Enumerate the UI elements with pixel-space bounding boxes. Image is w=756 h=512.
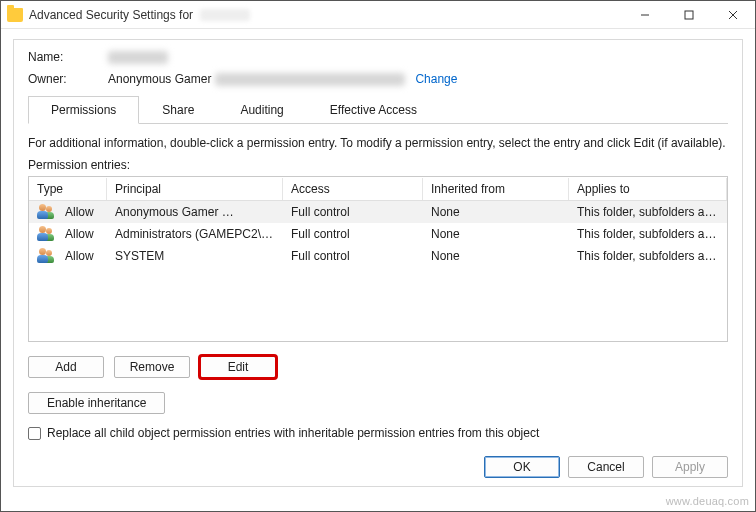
row-applies: This folder, subfolders and files — [569, 247, 727, 265]
cancel-button[interactable]: Cancel — [568, 456, 644, 478]
col-principal[interactable]: Principal — [107, 178, 283, 200]
action-buttons: Add Remove Edit — [28, 356, 728, 378]
row-type: Allow — [57, 247, 107, 265]
principal-icon — [29, 246, 57, 266]
window-title: Advanced Security Settings for — [29, 8, 250, 22]
add-button[interactable]: Add — [28, 356, 104, 378]
tab-permissions[interactable]: Permissions — [28, 96, 139, 124]
table-row[interactable]: Allow SYSTEM Full control None This fold… — [29, 245, 727, 267]
entries-label: Permission entries: — [28, 158, 728, 172]
apply-button[interactable]: Apply — [652, 456, 728, 478]
window-title-text: Advanced Security Settings for — [29, 8, 193, 22]
folder-icon — [7, 8, 23, 22]
row-principal: Anonymous Gamer — [107, 203, 283, 221]
change-owner-link[interactable]: Change — [415, 72, 457, 86]
row-access: Full control — [283, 247, 423, 265]
ok-button[interactable]: OK — [484, 456, 560, 478]
owner-value: Anonymous Gamer — [108, 72, 211, 86]
row-type: Allow — [57, 225, 107, 243]
replace-checkbox-label[interactable]: Replace all child object permission entr… — [47, 426, 539, 440]
row-inherited: None — [423, 247, 569, 265]
col-access[interactable]: Access — [283, 178, 423, 200]
row-principal: SYSTEM — [107, 247, 283, 265]
col-type[interactable]: Type — [29, 178, 107, 200]
row-applies: This folder, subfolders and files — [569, 225, 727, 243]
table-row[interactable]: Allow Administrators (GAMEPC2\A... Full … — [29, 223, 727, 245]
row-access: Full control — [283, 225, 423, 243]
row-principal: Administrators (GAMEPC2\A... — [107, 225, 283, 243]
grid-header: Type Principal Access Inherited from App… — [29, 177, 727, 201]
maximize-button[interactable] — [667, 1, 711, 28]
row-type: Allow — [57, 203, 107, 221]
table-row[interactable]: Allow Anonymous Gamer Full control None … — [29, 201, 727, 223]
replace-checkbox-row: Replace all child object permission entr… — [28, 426, 728, 440]
main-panel: Name: Owner: Anonymous Gamer Change Perm… — [13, 39, 743, 487]
row-principal-text: Anonymous Gamer — [115, 205, 218, 219]
col-applies[interactable]: Applies to — [569, 178, 727, 200]
replace-checkbox[interactable] — [28, 427, 41, 440]
enable-inheritance-row: Enable inheritance — [28, 392, 728, 414]
row-inherited: None — [423, 203, 569, 221]
name-label: Name: — [28, 50, 108, 64]
svg-rect-1 — [685, 11, 693, 19]
window: Advanced Security Settings for Name: Own… — [0, 0, 756, 512]
row-inherited: None — [423, 225, 569, 243]
principal-redacted — [222, 207, 276, 218]
close-button[interactable] — [711, 1, 755, 28]
row-access: Full control — [283, 203, 423, 221]
name-value-redacted — [108, 51, 168, 64]
col-inherited[interactable]: Inherited from — [423, 178, 569, 200]
owner-row: Owner: Anonymous Gamer Change — [28, 72, 728, 86]
permissions-grid[interactable]: Type Principal Access Inherited from App… — [28, 176, 728, 342]
remove-button[interactable]: Remove — [114, 356, 190, 378]
tab-auditing[interactable]: Auditing — [217, 96, 306, 123]
principal-icon — [29, 202, 57, 222]
window-title-redacted — [200, 9, 250, 21]
enable-inheritance-button[interactable]: Enable inheritance — [28, 392, 165, 414]
info-text: For additional information, double-click… — [28, 136, 728, 150]
minimize-button[interactable] — [623, 1, 667, 28]
owner-value-redacted — [215, 73, 405, 86]
window-controls — [623, 1, 755, 28]
tabs: Permissions Share Auditing Effective Acc… — [28, 96, 728, 124]
dialog-buttons: OK Cancel Apply — [484, 456, 728, 478]
row-applies: This folder, subfolders and files — [569, 203, 727, 221]
owner-label: Owner: — [28, 72, 108, 86]
tab-effective-access[interactable]: Effective Access — [307, 96, 440, 123]
principal-icon — [29, 224, 57, 244]
tab-share[interactable]: Share — [139, 96, 217, 123]
watermark: www.deuaq.com — [666, 495, 749, 507]
edit-button[interactable]: Edit — [200, 356, 276, 378]
name-row: Name: — [28, 50, 728, 64]
titlebar: Advanced Security Settings for — [1, 1, 755, 29]
